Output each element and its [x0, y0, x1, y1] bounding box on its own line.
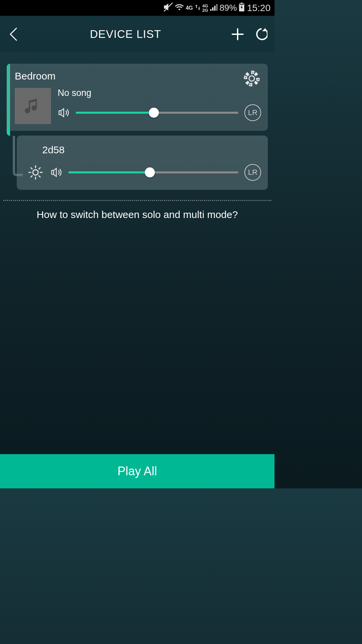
data-arrows-icon: [195, 3, 200, 13]
sub-device-name-label: 2d58: [42, 144, 261, 156]
svg-rect-11: [59, 111, 61, 115]
svg-rect-2: [212, 7, 214, 11]
svg-point-10: [249, 76, 254, 81]
back-button[interactable]: [7, 28, 20, 41]
album-art[interactable]: [15, 88, 51, 124]
slider-track: [76, 112, 238, 114]
device-settings-button[interactable]: [243, 70, 260, 89]
device-card-bedroom[interactable]: Bedroom No song: [7, 64, 268, 131]
header-actions: [231, 28, 268, 41]
sub-slider-track: [68, 171, 238, 173]
page-title: DEVICE LIST: [90, 28, 161, 41]
device-content: No song: [15, 88, 261, 124]
wifi-icon: [175, 3, 184, 13]
refresh-button[interactable]: [254, 28, 268, 41]
network-2g-group: 4G 2G: [202, 4, 208, 12]
svg-rect-1: [210, 9, 212, 11]
svg-rect-4: [216, 4, 218, 11]
network-bottom-label: 2G: [202, 8, 208, 12]
svg-rect-3: [214, 6, 216, 11]
channel-badge[interactable]: LR: [244, 104, 261, 121]
sub-slider-thumb[interactable]: [145, 167, 155, 177]
device-connector: [13, 136, 23, 176]
song-title-label: No song: [58, 88, 261, 98]
sub-channel-badge[interactable]: LR: [244, 164, 261, 181]
volume-slider[interactable]: [76, 108, 238, 118]
slider-thumb[interactable]: [149, 108, 159, 118]
device-group: Bedroom No song: [7, 64, 268, 190]
sub-volume-slider[interactable]: [68, 167, 238, 177]
network-top-label: 4G: [202, 4, 208, 8]
device-card-2d58[interactable]: 2d58: [17, 136, 268, 190]
device-right-panel: No song: [58, 88, 261, 121]
sub-volume-icon[interactable]: [50, 166, 62, 178]
volume-row: LR: [58, 104, 261, 121]
sub-slider-fill: [68, 171, 150, 173]
add-button[interactable]: [231, 28, 244, 41]
battery-text: 89%: [220, 3, 237, 13]
device-name-label: Bedroom: [15, 70, 261, 82]
status-bar: 4G 4G 2G 89% 15:2: [0, 0, 275, 16]
mute-icon: [164, 2, 173, 14]
status-icons-group: 4G 4G 2G 89% 15:2: [164, 2, 270, 14]
sub-device-settings-button[interactable]: [27, 164, 44, 181]
signal-icon: [210, 3, 218, 13]
sub-volume-row: LR: [27, 164, 261, 181]
battery-icon: [239, 3, 244, 13]
svg-point-12: [33, 170, 38, 175]
app-header: DEVICE LIST: [0, 16, 275, 53]
status-time: 15:20: [247, 3, 270, 13]
svg-rect-13: [52, 170, 54, 174]
play-all-button[interactable]: Play All: [0, 454, 275, 488]
help-link[interactable]: How to switch between solo and multi mod…: [0, 201, 275, 228]
slider-fill: [76, 112, 154, 114]
volume-icon[interactable]: [58, 107, 70, 119]
network-4g-label: 4G: [186, 5, 193, 11]
